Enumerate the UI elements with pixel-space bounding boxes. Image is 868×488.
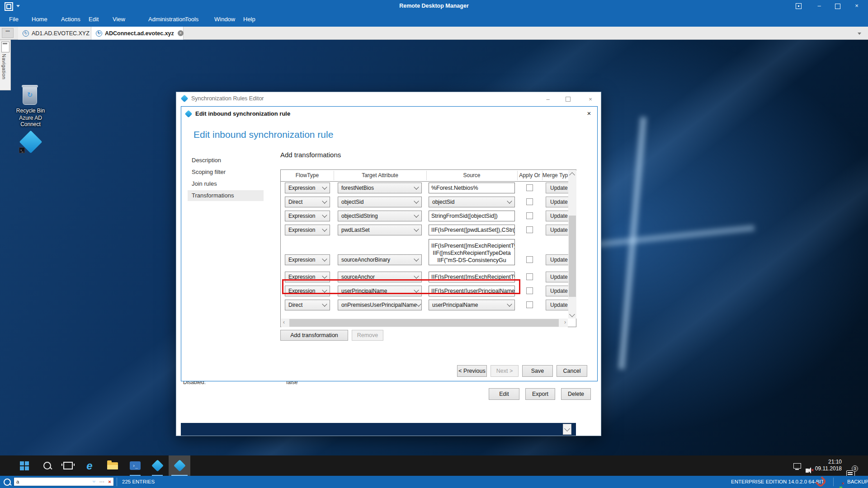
menu-tools[interactable]: Tools <box>185 12 198 27</box>
band-scroll-button[interactable] <box>563 424 571 435</box>
editor-maximize-button[interactable] <box>566 97 571 102</box>
source-input[interactable]: StringFromSid([objectSid]) <box>429 211 515 221</box>
start-button[interactable] <box>14 455 35 476</box>
recycle-bin-icon[interactable]: ↻ <box>23 87 37 105</box>
source-select[interactable]: userPrincipalName <box>429 300 515 310</box>
search-options-icon[interactable]: ⋯ <box>99 479 105 485</box>
apply-once-checkbox[interactable] <box>526 212 533 219</box>
apply-once-checkbox[interactable] <box>526 273 533 280</box>
flowtype-select[interactable]: Expression <box>285 272 330 282</box>
table-row: Direct objectSid objectSid Update <box>281 197 576 207</box>
target-attribute-select[interactable]: objectSidString <box>338 211 422 221</box>
source-input[interactable]: IIF(IsPresent([msExchRecipientTy IIF([ms… <box>429 239 515 265</box>
horizontal-scrollbar[interactable]: ‹ › <box>281 319 568 327</box>
menu-edit[interactable]: Edit <box>89 12 99 27</box>
tab-overflow-caret-icon[interactable] <box>858 33 861 35</box>
chevron-down-icon <box>322 256 327 261</box>
azure-ad-connect-active-task-button[interactable] <box>169 455 190 476</box>
nav-item-transformations[interactable]: Transformations <box>188 190 264 201</box>
menu-file[interactable]: File <box>9 12 19 27</box>
scrollbar-thumb[interactable] <box>569 216 576 297</box>
taskbar-clock[interactable]: 21:10 09.11.2018 <box>814 459 842 472</box>
search-clear-icon[interactable]: × <box>108 479 111 484</box>
export-button[interactable]: Export <box>525 388 555 400</box>
add-transformation-button[interactable]: Add transformation <box>280 330 348 341</box>
tab-close-icon[interactable]: × <box>178 30 184 36</box>
previous-button[interactable]: < Previous <box>457 365 487 377</box>
target-attribute-select[interactable]: onPremisesUserPrincipalName <box>338 300 422 310</box>
target-attribute-select[interactable]: sourceAnchor <box>338 272 422 282</box>
dialog-close-button[interactable]: × <box>585 110 593 117</box>
menu-administration[interactable]: Administration <box>148 12 185 27</box>
delete-button[interactable]: Delete <box>561 388 591 400</box>
flowtype-select[interactable]: Expression <box>285 286 330 296</box>
editor-minimize-button[interactable]: – <box>544 96 552 103</box>
file-explorer-button[interactable] <box>102 455 123 476</box>
chevron-down-icon <box>322 287 327 292</box>
next-button[interactable]: Next > <box>491 365 519 377</box>
volume-muted-icon[interactable]: × <box>806 469 809 473</box>
apply-once-checkbox[interactable] <box>526 287 533 294</box>
flowtype-select[interactable]: Direct <box>285 300 330 310</box>
source-input[interactable]: %Forest.Netbios% <box>429 183 515 193</box>
apply-once-checkbox[interactable] <box>526 226 533 233</box>
vertical-scrollbar[interactable] <box>568 170 576 319</box>
minimize-button[interactable]: – <box>816 3 822 9</box>
azure-ad-connect-label[interactable]: Azure AD Connect <box>9 115 52 127</box>
source-input[interactable]: IIF(IsPresent([userPrincipalName]),[u <box>429 286 515 296</box>
scroll-right-icon[interactable]: › <box>564 319 566 325</box>
cancel-button[interactable]: Cancel <box>557 365 587 377</box>
navigation-panel-tab[interactable]: Navigation <box>0 40 11 90</box>
source-select[interactable]: objectSid <box>429 197 515 207</box>
internet-explorer-button[interactable]: e <box>79 455 100 476</box>
network-icon[interactable] <box>793 463 801 469</box>
task-view-button[interactable] <box>57 455 79 476</box>
flowtype-select[interactable]: Direct <box>285 197 330 207</box>
window-title: Remote Desktop Manager <box>0 0 868 12</box>
scroll-up-icon[interactable] <box>569 172 575 178</box>
maximize-button[interactable] <box>835 4 840 9</box>
apply-once-checkbox[interactable] <box>526 184 533 191</box>
target-attribute-select[interactable]: sourceAnchorBinary <box>338 254 422 265</box>
editor-close-button[interactable]: × <box>587 96 594 103</box>
tab-adconnect[interactable]: ↻ ADConnect.ad.evotec.xyz × <box>91 27 184 40</box>
remove-button[interactable]: Remove <box>352 330 383 341</box>
source-input[interactable]: IIF(IsPresent([msExchRecipientTypeI <box>429 272 515 282</box>
nav-item-scoping-filter[interactable]: Scoping filter <box>188 167 264 178</box>
tab-ad1[interactable]: ↻ AD1.AD.EVOTEC.XYZ <box>18 27 91 40</box>
tab-list-button[interactable]: ••• <box>2 28 14 38</box>
save-button[interactable]: Save <box>522 365 553 377</box>
taskbar-search-button[interactable] <box>36 455 58 476</box>
azure-ad-connect-task-button[interactable] <box>146 455 168 476</box>
menu-actions[interactable]: Actions <box>61 12 80 27</box>
menu-view[interactable]: View <box>113 12 125 27</box>
recycle-bin-label[interactable]: Recycle Bin <box>9 108 52 114</box>
flowtype-select[interactable]: Expression <box>285 254 330 265</box>
menu-help[interactable]: Help <box>243 12 255 27</box>
close-button[interactable]: × <box>854 3 860 9</box>
apply-once-checkbox[interactable] <box>526 301 533 308</box>
quick-search-input[interactable]: a ⋯ × <box>14 477 114 486</box>
target-attribute-select[interactable]: userPrincipalName <box>338 286 422 296</box>
nav-item-join-rules[interactable]: Join rules <box>188 178 264 189</box>
menu-home[interactable]: Home <box>32 12 47 27</box>
scroll-left-icon[interactable]: ‹ <box>283 319 285 325</box>
apply-once-checkbox[interactable] <box>526 198 533 205</box>
powershell-button[interactable]: ›_ <box>124 455 146 476</box>
target-attribute-select[interactable]: objectSid <box>338 197 422 207</box>
scrollbar-thumb[interactable] <box>289 319 559 327</box>
flowtype-select[interactable]: Expression <box>285 183 330 193</box>
flowtype-select[interactable]: Expression <box>285 211 330 221</box>
backup-label[interactable]: BACKUP <box>847 476 868 488</box>
apply-once-checkbox[interactable] <box>526 256 533 263</box>
flowtype-select[interactable]: Expression <box>285 225 330 235</box>
target-attribute-select[interactable]: pwdLastSet <box>338 225 422 235</box>
edit-button[interactable]: Edit <box>489 388 519 400</box>
search-caret-icon[interactable] <box>92 481 96 483</box>
focus-mode-icon[interactable] <box>796 3 802 9</box>
target-attribute-select[interactable]: forestNetBios <box>338 183 422 193</box>
source-input[interactable]: IIF(IsPresent([pwdLastSet]),CStr(For <box>429 225 515 235</box>
menu-window[interactable]: Window <box>214 12 235 27</box>
nav-item-description[interactable]: Description <box>188 155 264 166</box>
scroll-down-icon[interactable] <box>569 311 575 317</box>
